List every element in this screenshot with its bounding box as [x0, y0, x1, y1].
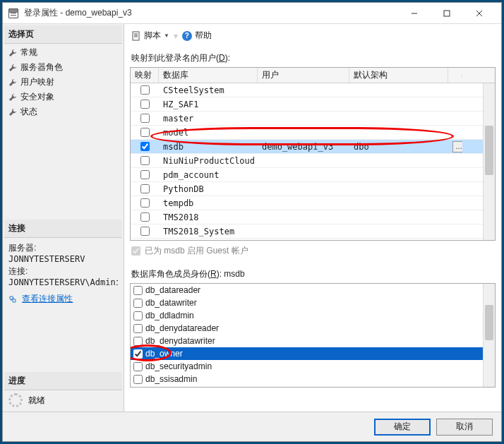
map-checkbox[interactable] — [140, 184, 150, 193]
role-name: db_ssisltduser — [145, 387, 200, 388]
role-name: db_datawriter — [145, 298, 197, 308]
script-icon — [131, 31, 141, 41]
cancel-button[interactable]: 取消 — [436, 419, 493, 436]
role-checkbox[interactable] — [133, 299, 143, 308]
window-title: 登录属性 - demo_webapi_v3 — [24, 7, 398, 19]
sidebar-item-3[interactable]: 安全对象 — [4, 90, 122, 104]
list-item[interactable]: db_securityadmin — [131, 360, 495, 373]
map-checkbox[interactable] — [140, 100, 150, 109]
cell-db: HZ_SAF1 — [159, 100, 258, 109]
map-checkbox[interactable] — [140, 227, 150, 236]
list-item[interactable]: db_ssisadmin — [131, 373, 495, 385]
minimize-button[interactable] — [398, 3, 431, 24]
map-checkbox[interactable] — [140, 114, 150, 123]
table-row[interactable]: NiuNiuProductCloud — [131, 154, 495, 168]
role-checkbox[interactable] — [133, 324, 143, 333]
cell-db: CSteelSystem — [159, 85, 258, 95]
roles-listbox[interactable]: db_datareaderdb_datawriterdb_ddladmindb_… — [130, 283, 496, 388]
list-item[interactable]: db_owner — [131, 347, 495, 360]
sidebar: 选择页 常规服务器角色用户映射安全对象状态 连接 服务器: JONNYTESTE… — [3, 24, 124, 412]
map-checkbox[interactable] — [140, 170, 150, 179]
table-row[interactable]: TMS2018 — [131, 210, 495, 224]
wrench-icon — [8, 78, 17, 87]
role-name: db_securityadmin — [145, 361, 212, 371]
main-panel: 脚本 ▼ ▾ ? 帮助 映射到此登录名的用户(D): 映射 数据库 用户 默认架… — [124, 24, 501, 412]
guest-enabled-row: 已为 msdb 启用 Guest 帐户 — [130, 241, 496, 261]
sidebar-item-0[interactable]: 常规 — [4, 45, 122, 60]
view-connection-props-link[interactable]: 查看连接属性 — [22, 294, 73, 304]
table-row[interactable]: CSteelSystem — [131, 83, 495, 97]
cell-db: model — [159, 128, 258, 138]
role-checkbox[interactable] — [133, 286, 143, 295]
list-item[interactable]: db_datareader — [131, 284, 495, 296]
role-checkbox[interactable] — [133, 362, 143, 371]
cell-db: pdm_account — [159, 170, 258, 180]
map-checkbox[interactable] — [140, 198, 150, 208]
list-item[interactable]: db_denydatareader — [131, 322, 495, 335]
col-user[interactable]: 用户 — [258, 68, 349, 83]
table-row[interactable]: pdm_account — [131, 168, 495, 182]
close-button[interactable] — [463, 3, 496, 24]
wrench-icon — [8, 49, 17, 57]
maximize-button[interactable] — [431, 3, 463, 24]
scrollbar-thumb[interactable] — [485, 305, 493, 340]
role-checkbox[interactable] — [133, 311, 143, 320]
login-properties-window: 登录属性 - demo_webapi_v3 选择页 常规服务器角色用户映射安全对… — [2, 2, 502, 442]
map-checkbox[interactable] — [140, 156, 150, 165]
ok-button[interactable]: 确定 — [374, 419, 431, 436]
sidebar-item-label: 状态 — [20, 106, 37, 118]
map-checkbox[interactable] — [140, 128, 150, 137]
role-name: db_owner — [145, 349, 183, 359]
role-checkbox[interactable] — [133, 388, 143, 388]
map-checkbox[interactable] — [140, 142, 150, 151]
script-button[interactable]: 脚本 ▼ — [131, 30, 169, 42]
progress-status: 就绪 — [28, 395, 45, 407]
roles-label: 数据库角色成员身份(R): msdb — [131, 268, 496, 280]
cell-db: PythonDB — [159, 184, 258, 194]
list-item[interactable]: db_datawriter — [131, 296, 495, 309]
server-value: JONNYTESTERSERV — [8, 254, 118, 264]
role-checkbox[interactable] — [133, 375, 143, 384]
col-schema[interactable]: 默认架构 — [349, 68, 448, 83]
help-icon: ? — [182, 31, 192, 41]
sidebar-item-2[interactable]: 用户映射 — [4, 75, 122, 90]
sidebar-item-label: 安全对象 — [20, 91, 54, 103]
wrench-icon — [8, 108, 17, 116]
table-row[interactable]: msdbdemo_webapi_v3dbo… — [131, 140, 495, 154]
list-item[interactable]: db_ssisltduser — [131, 385, 495, 388]
role-checkbox[interactable] — [133, 337, 143, 346]
wrench-icon — [8, 93, 17, 102]
list-item[interactable]: db_ddladmin — [131, 309, 495, 322]
sidebar-item-4[interactable]: 状态 — [4, 104, 122, 119]
titlebar[interactable]: 登录属性 - demo_webapi_v3 — [3, 3, 501, 24]
cell-schema: dbo — [349, 142, 448, 152]
list-item[interactable]: db_denydatawriter — [131, 335, 495, 347]
sidebar-item-label: 用户映射 — [20, 76, 54, 88]
table-row[interactable]: HZ_SAF1 — [131, 97, 495, 112]
progress-header: 进度 — [4, 372, 122, 390]
svg-rect-1 — [444, 11, 450, 16]
col-db[interactable]: 数据库 — [159, 68, 258, 83]
table-row[interactable]: TMS2018_System — [131, 224, 495, 239]
map-checkbox[interactable] — [140, 85, 150, 95]
col-map[interactable]: 映射 — [131, 68, 159, 83]
cell-db: TMS2018 — [159, 212, 258, 222]
conn-label: 连接: — [8, 265, 118, 277]
table-row[interactable]: master — [131, 112, 495, 126]
cell-db: NiuNiuProductCloud — [159, 156, 258, 166]
browse-schema-button[interactable]: … — [452, 141, 462, 152]
sidebar-item-1[interactable]: 服务器角色 — [4, 60, 122, 75]
scrollbar-thumb[interactable] — [485, 126, 493, 175]
user-mapping-grid[interactable]: 映射 数据库 用户 默认架构 CSteelSystemHZ_SAF1master… — [130, 67, 496, 241]
connection-icon — [8, 295, 17, 304]
table-row[interactable]: PythonDB — [131, 182, 495, 196]
table-row[interactable]: model — [131, 126, 495, 140]
map-checkbox[interactable] — [140, 212, 150, 222]
help-button[interactable]: ? 帮助 — [182, 30, 212, 42]
role-checkbox[interactable] — [133, 349, 143, 359]
cell-db: tempdb — [159, 198, 258, 208]
vertical-scrollbar[interactable] — [483, 284, 495, 387]
table-row[interactable]: tempdb — [131, 196, 495, 210]
mapping-label: 映射到此登录名的用户(D): — [131, 52, 496, 64]
vertical-scrollbar[interactable] — [483, 83, 495, 240]
